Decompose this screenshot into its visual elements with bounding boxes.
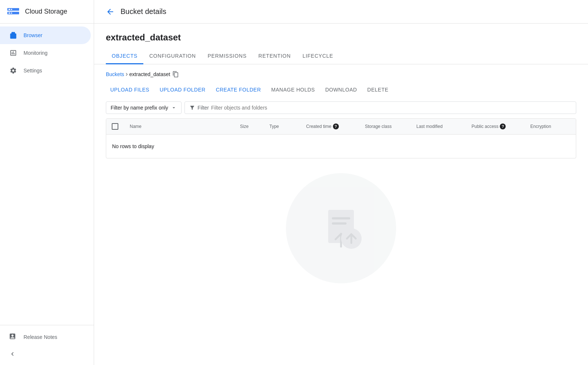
sidebar-item-monitoring[interactable]: Monitoring xyxy=(0,44,91,62)
breadcrumb-separator: › xyxy=(126,70,128,78)
sidebar-header: Cloud Storage xyxy=(0,0,94,24)
tab-objects[interactable]: OBJECTS xyxy=(106,49,143,64)
tab-permissions[interactable]: PERMISSIONS xyxy=(202,49,252,64)
tab-lifecycle[interactable]: LIFECYCLE xyxy=(297,49,339,64)
empty-circle xyxy=(286,173,396,283)
bucket-header: extracted_dataset xyxy=(94,24,588,49)
filter-search-input[interactable] xyxy=(211,105,571,111)
filter-search-bar: Filter xyxy=(184,101,576,114)
svg-rect-9 xyxy=(332,222,347,225)
column-header-encryption: Encryption xyxy=(524,119,576,133)
delete-button[interactable]: DELETE xyxy=(363,84,392,96)
objects-pane: Buckets › extracted_dataset UPLOAD FILES… xyxy=(94,64,588,289)
svg-rect-8 xyxy=(332,217,350,219)
sidebar-item-browser[interactable]: Browser xyxy=(0,26,91,44)
public-access-help-icon[interactable]: ? xyxy=(500,124,506,129)
sidebar-item-settings[interactable]: Settings xyxy=(0,62,91,79)
sidebar-item-settings-label: Settings xyxy=(24,68,42,74)
sidebar-item-browser-label: Browser xyxy=(24,32,42,38)
monitoring-icon xyxy=(9,49,18,57)
copy-bucket-name-button[interactable] xyxy=(172,71,179,78)
sidebar-nav: Browser Monitoring Settings xyxy=(0,24,94,325)
manage-holds-button[interactable]: MANAGE HOLDS xyxy=(267,84,319,96)
select-all-checkbox[interactable] xyxy=(106,119,124,134)
cloud-storage-logo xyxy=(6,4,21,19)
sidebar-footer: Release Notes xyxy=(0,325,94,365)
column-header-name: Name xyxy=(124,119,234,133)
content-area: extracted_dataset OBJECTS CONFIGURATION … xyxy=(94,24,588,365)
column-header-created-time: Created time ? xyxy=(300,119,359,134)
app-title: Cloud Storage xyxy=(25,8,67,15)
sidebar-item-monitoring-label: Monitoring xyxy=(24,50,47,56)
filter-text-label: Filter xyxy=(197,105,209,111)
created-time-help-icon[interactable]: ? xyxy=(333,124,339,129)
filter-dropdown[interactable]: Filter by name prefix only xyxy=(106,101,182,114)
back-button[interactable] xyxy=(103,4,118,19)
svg-rect-3 xyxy=(8,9,10,10)
actions-bar: UPLOAD FILES UPLOAD FOLDER CREATE FOLDER… xyxy=(106,84,576,96)
tab-configuration[interactable]: CONFIGURATION xyxy=(143,49,202,64)
release-notes-label: Release Notes xyxy=(24,334,57,340)
download-button[interactable]: DOWNLOAD xyxy=(321,84,361,96)
breadcrumb-current: extracted_dataset xyxy=(129,71,170,77)
tabs-bar: OBJECTS CONFIGURATION PERMISSIONS RETENT… xyxy=(94,49,588,64)
bucket-name: extracted_dataset xyxy=(106,32,576,43)
svg-rect-5 xyxy=(8,12,10,14)
empty-upload-icon xyxy=(312,199,370,258)
svg-rect-6 xyxy=(11,12,12,14)
empty-table-message: No rows to display xyxy=(106,135,576,158)
checkbox-unchecked xyxy=(112,123,118,130)
filter-row: Filter by name prefix only Filter xyxy=(106,101,576,114)
breadcrumb: Buckets › extracted_dataset xyxy=(106,70,576,78)
sidebar-item-release-notes[interactable]: Release Notes xyxy=(0,328,94,346)
empty-state-illustration xyxy=(106,173,576,283)
column-header-size: Size xyxy=(234,119,263,133)
column-header-last-modified: Last modified xyxy=(410,119,466,133)
gear-icon xyxy=(9,66,18,75)
objects-table: Name Size Type Created time ? Storage cl… xyxy=(106,118,576,158)
page-title: Bucket details xyxy=(121,7,166,16)
topbar: Bucket details xyxy=(94,0,588,24)
table-header: Name Size Type Created time ? Storage cl… xyxy=(106,119,576,135)
upload-files-button[interactable]: UPLOAD FILES xyxy=(106,84,154,96)
filter-icon xyxy=(189,105,195,111)
browser-icon xyxy=(9,31,18,40)
column-header-public-access: Public access ? xyxy=(466,119,524,134)
collapse-sidebar-button[interactable] xyxy=(0,346,94,362)
column-header-storage-class: Storage class xyxy=(359,119,410,133)
breadcrumb-buckets-link[interactable]: Buckets xyxy=(106,71,124,77)
sidebar: Cloud Storage Browser Monitoring xyxy=(0,0,94,365)
filter-dropdown-label: Filter by name prefix only xyxy=(111,105,168,111)
svg-rect-4 xyxy=(11,9,12,10)
create-folder-button[interactable]: CREATE FOLDER xyxy=(211,84,265,96)
release-notes-icon xyxy=(9,333,18,341)
upload-folder-button[interactable]: UPLOAD FOLDER xyxy=(155,84,210,96)
main-content: Bucket details extracted_dataset OBJECTS… xyxy=(94,0,588,365)
tab-retention[interactable]: RETENTION xyxy=(252,49,297,64)
column-header-type: Type xyxy=(263,119,300,133)
